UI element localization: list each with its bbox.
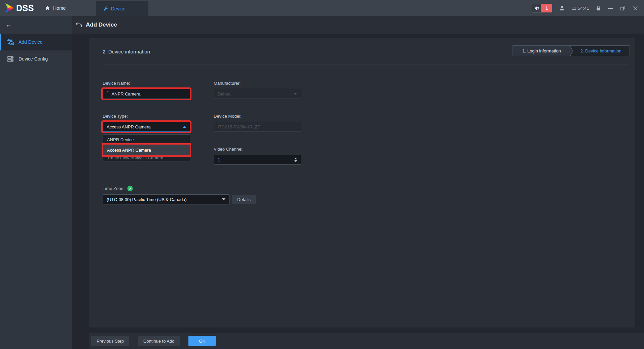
device-info-panel: 2. Device information 1. Login informati… xyxy=(89,38,635,327)
tab-device[interactable]: Device xyxy=(96,1,148,16)
device-model-field: Device Model: ITC215-PW6M-IRLZF xyxy=(214,114,301,132)
step1-label: 1. Login information xyxy=(523,48,561,53)
sidebar-header: ← xyxy=(0,16,72,34)
footer-action-bar: Previous Step Continue to Add OK xyxy=(89,333,644,349)
sidebar-item-label: Add Device xyxy=(19,39,43,45)
device-type-value: Access ANPR Camera xyxy=(107,124,151,129)
wrench-icon xyxy=(103,6,108,11)
page-header: Add Device xyxy=(72,16,644,34)
step-separator-chevron-icon xyxy=(570,46,575,56)
manufacturer-select: Dahua xyxy=(214,89,301,99)
tab-device-label: Device xyxy=(111,6,126,11)
device-name-value: ANPR Camera xyxy=(111,91,140,96)
video-channel-input[interactable]: 1 xyxy=(214,155,301,165)
device-name-field: Device Name: * ANPR Camera xyxy=(103,81,190,99)
device-model-value: ITC215-PW6M-IRLZF xyxy=(218,124,260,129)
video-channel-field: Video Channel: 1 xyxy=(214,147,301,165)
app-logo: DSS xyxy=(0,0,38,16)
wizard-steps: 1. Login information 2. Device informati… xyxy=(512,45,630,56)
sidebar-item-label: Device Config xyxy=(19,56,48,62)
title-bar: DSS Home Device 1 11:54:41 xyxy=(0,0,644,16)
sidebar-item-add-device[interactable]: Add Device xyxy=(0,34,72,50)
minimize-button[interactable] xyxy=(608,5,613,11)
app-body: ← Add Device xyxy=(0,16,644,349)
time-zone-block: Time Zone: (UTC-08:00) Pacific Time (US … xyxy=(103,186,628,204)
return-icon[interactable] xyxy=(76,22,82,28)
stepper-up-icon[interactable] xyxy=(294,158,297,159)
required-asterisk: * xyxy=(107,90,108,95)
number-stepper[interactable] xyxy=(294,158,297,162)
device-type-select[interactable]: Access ANPR Camera xyxy=(103,122,190,132)
main-area: Add Device 2. Device information 1. Logi… xyxy=(72,16,644,349)
stepper-down-icon[interactable] xyxy=(294,160,297,162)
option-traffic-flow-analysis-camera[interactable]: Traffic Flow Analysis Camera xyxy=(103,155,190,161)
device-info-form: Device Name: * ANPR Camera Manufacturer:… xyxy=(103,81,628,180)
device-type-field: Device Type: Access ANPR Camera ANPR Dev… xyxy=(103,114,190,132)
details-button[interactable]: Details xyxy=(232,195,256,204)
alarm-count-badge[interactable]: 1 xyxy=(541,4,552,12)
device-type-dropdown: ANPR Device Access ANPR Camera Traffic F… xyxy=(103,134,190,161)
page-title: Add Device xyxy=(86,22,117,28)
chevron-down-icon xyxy=(294,93,297,95)
user-icon[interactable] xyxy=(559,5,565,11)
option-access-anpr-camera[interactable]: Access ANPR Camera xyxy=(103,145,190,155)
manufacturer-label: Manufacturer: xyxy=(214,81,301,86)
manufacturer-field: Manufacturer: Dahua xyxy=(214,81,301,99)
back-arrow-icon[interactable]: ← xyxy=(5,21,12,29)
section-divider xyxy=(103,65,628,65)
time-zone-select[interactable]: (UTC-08:00) Pacific Time (US & Canada) xyxy=(103,194,229,204)
device-name-label: Device Name: xyxy=(103,81,190,86)
titlebar-controls: 1 11:54:41 xyxy=(532,0,644,16)
device-name-input[interactable]: * ANPR Camera xyxy=(103,89,190,99)
time-zone-label: Time Zone: xyxy=(103,186,124,191)
close-icon[interactable] xyxy=(633,5,638,11)
device-type-label: Device Type: xyxy=(103,114,190,119)
app-logo-text: DSS xyxy=(16,3,34,13)
sidebar: ← Add Device xyxy=(0,16,72,349)
restore-button[interactable] xyxy=(620,5,625,11)
chevron-down-icon xyxy=(222,198,225,200)
tab-home-label: Home xyxy=(53,5,66,11)
dss-logo-icon xyxy=(5,3,14,13)
time-zone-value: (UTC-08:00) Pacific Time (US & Canada) xyxy=(107,197,187,202)
device-model-label: Device Model: xyxy=(214,114,301,119)
manufacturer-value: Dahua xyxy=(218,91,230,96)
top-tab-bar: Home Device xyxy=(38,0,148,16)
option-anpr-device[interactable]: ANPR Device xyxy=(103,135,190,145)
alarm-center[interactable]: 1 xyxy=(532,4,552,12)
home-icon xyxy=(45,6,50,10)
speaker-icon[interactable] xyxy=(532,4,541,12)
system-clock: 11:54:41 xyxy=(572,6,589,11)
chevron-up-icon xyxy=(183,126,186,128)
device-model-input: ITC215-PW6M-IRLZF xyxy=(214,122,301,132)
step-device-information[interactable]: 2. Device information xyxy=(575,46,630,56)
tab-home[interactable]: Home xyxy=(38,0,96,16)
check-circle-icon xyxy=(127,186,133,191)
sidebar-item-device-config[interactable]: Device Config xyxy=(0,50,72,67)
video-channel-value: 1 xyxy=(218,157,220,162)
device-config-icon xyxy=(7,56,14,62)
ok-button[interactable]: OK xyxy=(188,336,216,346)
previous-step-button[interactable]: Previous Step xyxy=(91,336,129,346)
video-channel-label: Video Channel: xyxy=(214,147,301,152)
lock-icon[interactable] xyxy=(596,6,601,11)
continue-to-add-button[interactable]: Continue to Add xyxy=(138,336,180,346)
add-device-camera-icon xyxy=(7,39,14,45)
step2-label: 2. Device information xyxy=(580,48,621,53)
main-content: 2. Device information 1. Login informati… xyxy=(72,34,644,330)
step-login-information[interactable]: 1. Login information xyxy=(512,46,570,56)
